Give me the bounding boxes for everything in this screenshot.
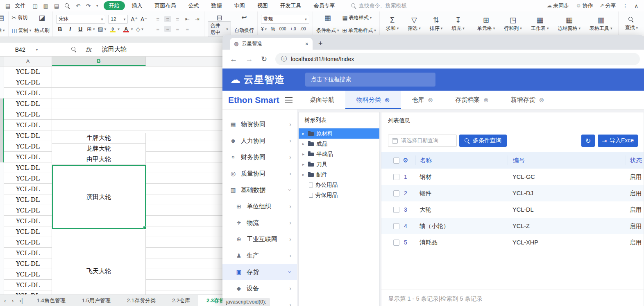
column-header-code[interactable]: 编号: [508, 155, 626, 165]
command-search[interactable]: 查找命令、搜索模板: [351, 2, 407, 9]
sheet-nav-last-icon[interactable]: ›|: [19, 297, 23, 304]
cell-column-a[interactable]: YCL-DL: [4, 258, 52, 269]
justify-icon[interactable]: ≡: [184, 26, 191, 32]
cell-column-a[interactable]: YCL-DL: [4, 66, 52, 77]
cell-column-a[interactable]: YCL-DL: [4, 162, 52, 173]
page-tab[interactable]: 物料分类 ⊗: [345, 91, 401, 109]
ribbon-big-button[interactable]: ▥ 表格工具▾: [587, 14, 615, 35]
row-header[interactable]: [0, 120, 4, 130]
cell-column-a[interactable]: YCL-DL: [4, 237, 52, 248]
sidebar-item[interactable]: ⊞ 单位组织 ›: [222, 198, 297, 215]
cell-name-box[interactable]: B42▾: [0, 43, 53, 56]
reload-icon[interactable]: ↻: [258, 55, 270, 64]
cell-column-a[interactable]: YCL-DL: [4, 120, 52, 130]
cut-button[interactable]: ✂剪切: [12, 14, 32, 21]
decrease-indent-icon[interactable]: ⇤: [184, 16, 191, 22]
currency-button[interactable]: ¥▾: [261, 26, 267, 32]
column-header-name[interactable]: 名称: [415, 155, 508, 165]
cell-column-a[interactable]: YCL-DL: [4, 98, 52, 109]
sidebar-item[interactable]: ▥ 基础数据 ›: [222, 182, 297, 198]
ribbon-big-button[interactable]: ⊞ 单元格▾: [474, 14, 498, 35]
font-color-button[interactable]: A▾: [122, 26, 133, 32]
fx-icon[interactable]: fx: [86, 46, 91, 53]
sidebar-item[interactable]: ✈ 物流 ›: [222, 215, 297, 231]
sidebar-item[interactable]: ◎ 质量协同 ›: [222, 165, 297, 182]
cell-column-a[interactable]: YCL-DL: [4, 109, 52, 120]
page-tab[interactable]: 新增存货 ⊗: [500, 91, 556, 109]
expand-arrow-icon[interactable]: ▸: [302, 131, 306, 136]
expand-arrow-icon[interactable]: ▸: [302, 142, 306, 146]
cell-column-a[interactable]: YCL-DL: [4, 280, 52, 290]
sidebar-item[interactable]: ▣ 存货 ›: [222, 264, 297, 280]
row-header[interactable]: [0, 88, 4, 98]
table-row[interactable]: 1 钢材 YCL-GC 启用: [381, 169, 644, 185]
cell-column-a[interactable]: YCL-DL: [4, 184, 52, 194]
cell-column-a[interactable]: YCL-DL: [4, 226, 52, 237]
page-tab[interactable]: 仓库 ⊗: [401, 91, 444, 109]
cell-column-a[interactable]: YCL-DL: [4, 205, 52, 216]
tree-item[interactable]: ▸ 刀具: [299, 159, 379, 169]
cell-column-b[interactable]: [52, 109, 146, 120]
ribbon-big-button[interactable]: ▦ 冻结窗格▾: [555, 14, 583, 35]
page-tab[interactable]: 桌面导航: [299, 91, 345, 109]
date-query-input[interactable]: 请选择日期查询: [388, 135, 457, 147]
sheet-nav-next-icon[interactable]: ›: [12, 297, 14, 304]
tree-item[interactable]: ▸ 半成品: [299, 149, 379, 159]
tree-item[interactable]: ▸ 劳保用品: [299, 190, 379, 200]
row-header[interactable]: [0, 258, 4, 269]
align-top-icon[interactable]: ≡: [154, 16, 161, 22]
merged-cell[interactable]: 滨田大轮: [52, 165, 146, 229]
more-commands-caret-icon[interactable]: ▾: [96, 4, 98, 8]
cell-column-a[interactable]: YCL-DL: [4, 88, 52, 98]
sheet-tab[interactable]: 2.2仓库: [164, 295, 198, 306]
align-center-icon[interactable]: ≡: [164, 26, 171, 32]
ribbon-tab[interactable]: 审阅: [229, 1, 250, 10]
back-icon[interactable]: ←: [227, 55, 240, 64]
ribbon-tab[interactable]: 开发工具: [275, 1, 307, 10]
decrease-decimal-button[interactable]: .00: [300, 27, 306, 31]
row-header[interactable]: [0, 130, 4, 141]
cell-column-a[interactable]: YCL-DL: [4, 152, 52, 162]
sidebar-item[interactable]: ♟ 生产 ›: [222, 247, 297, 264]
ribbon-tab[interactable]: 数据: [206, 1, 227, 10]
ribbon-big-button[interactable]: Σ 求和▾: [383, 14, 402, 35]
table-row[interactable]: 5 消耗品 YCL-XHP 启用: [381, 234, 644, 251]
underline-button[interactable]: U: [77, 26, 84, 32]
row-checkbox[interactable]: [393, 190, 399, 196]
print-icon[interactable]: ▤: [54, 3, 59, 9]
cell-column-a[interactable]: YCL-DL: [4, 216, 52, 226]
row-header[interactable]: [0, 109, 4, 120]
formula-value[interactable]: 滨田大轮: [102, 46, 127, 53]
column-header-a[interactable]: A: [4, 57, 52, 66]
sidebar-item[interactable]: ⊕ 工业互联网 ›: [222, 231, 297, 247]
close-tab-icon[interactable]: ×: [305, 41, 308, 47]
browser-tab[interactable]: ◍ 云星智造 ×: [230, 38, 313, 50]
ribbon-big-button[interactable]: ⇅ 排序▾: [427, 14, 446, 35]
row-header[interactable]: [0, 248, 4, 258]
forward-icon[interactable]: →: [242, 55, 256, 64]
row-header[interactable]: [0, 237, 4, 248]
table-style-button[interactable]: ▦表格样式▾: [342, 14, 376, 21]
tree-item[interactable]: ▸ 办公用品: [299, 180, 379, 190]
font-name-select[interactable]: 宋体▾: [56, 15, 105, 24]
number-format-select[interactable]: 常规▾: [261, 15, 309, 24]
row-header[interactable]: [0, 290, 4, 295]
row-header[interactable]: [0, 141, 4, 152]
tree-item[interactable]: ▸ 配件: [299, 169, 379, 180]
ribbon-tab[interactable]: 插入: [127, 1, 148, 10]
ribbon-tab[interactable]: 会员专享: [308, 1, 340, 10]
cell-column-a[interactable]: YCL-DL: [4, 248, 52, 258]
row-header[interactable]: [0, 194, 4, 205]
row-header[interactable]: [0, 98, 4, 109]
align-right-icon[interactable]: ≡: [174, 26, 181, 32]
cell-column-b[interactable]: [52, 66, 146, 77]
ribbon-big-button[interactable]: ↧ 填充▾: [449, 14, 467, 35]
cell-column-b[interactable]: [52, 77, 146, 88]
table-row[interactable]: 4 轴（小轮） YCL-Z 启用: [381, 218, 644, 234]
row-header[interactable]: [0, 66, 4, 77]
select-all-corner[interactable]: [0, 57, 4, 66]
expand-arrow-icon[interactable]: ▸: [302, 162, 306, 167]
export-icon[interactable]: ▥: [43, 3, 48, 9]
cell-column-a[interactable]: YCL-DL: [4, 194, 52, 205]
sheet-nav-prev-icon[interactable]: ‹: [4, 297, 6, 304]
